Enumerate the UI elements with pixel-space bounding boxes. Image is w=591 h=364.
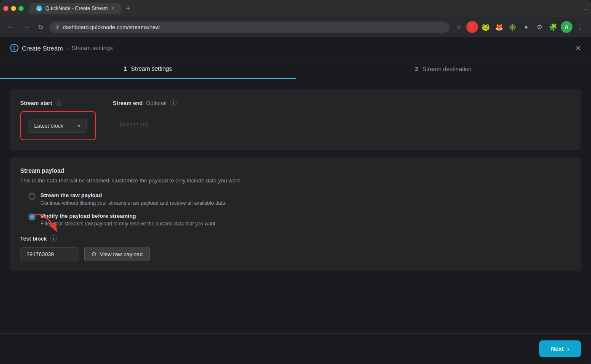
extension-btn-5[interactable]: ● [520, 21, 532, 33]
step-1[interactable]: 1 Stream settings [0, 59, 296, 79]
close-page-btn[interactable]: ✕ [575, 44, 581, 52]
tab-favicon: Q [36, 5, 42, 11]
extension-btn-1[interactable]: 🔴 [466, 21, 478, 33]
stream-start-field: Stream start i Latest block ▾ [20, 99, 96, 140]
extension-btn-2[interactable]: 🐸 [480, 21, 492, 33]
quicknode-logo-icon: C [10, 44, 19, 52]
traffic-lights [3, 6, 24, 11]
radio-raw-dot[interactable] [29, 193, 35, 200]
maximize-traffic-light[interactable] [19, 6, 24, 11]
main-content: Stream start i Latest block ▾ [0, 79, 591, 333]
bookmark-btn[interactable]: ☆ [453, 21, 465, 33]
browser-window: Q QuickNode - Create Stream × + ⌄ ← → ↻ … [0, 0, 591, 364]
address-secure-icon: ⊕ [55, 24, 59, 30]
stream-start-box: Latest block ▾ [20, 111, 96, 140]
step-1-label: Stream settings [131, 65, 172, 72]
user-avatar-btn[interactable]: A [561, 21, 572, 33]
next-chevron-icon: › [567, 345, 569, 352]
stream-end-info-icon[interactable]: i [170, 99, 176, 106]
payload-title: Stream payload [20, 167, 571, 174]
view-payload-btn[interactable]: ⊙ View raw payload [84, 247, 150, 261]
extension-btn-7[interactable]: 🧩 [547, 21, 559, 33]
payload-options-wrapper: Stream the raw payload Continue without … [20, 192, 571, 227]
payload-description: This is the data that will be streamed. … [20, 177, 571, 184]
block-number-display: 291763039 [20, 247, 79, 261]
tab-title: QuickNode - Create Stream [45, 5, 108, 11]
address-url: dashboard.quicknode.com/streams/new [63, 24, 160, 30]
radio-raw-desc: Continue without filtering your streams'… [40, 200, 571, 206]
radio-raw-title: Stream the raw payload [40, 192, 571, 198]
step-2-number: 2 [415, 66, 418, 72]
stream-end-optional: Optional [146, 100, 166, 106]
stream-start-dropdown[interactable]: Latest block ▾ [28, 119, 87, 133]
stream-end-placeholder: Doesn't end [120, 118, 190, 131]
nav-forward-btn[interactable]: → [20, 21, 32, 32]
payload-card: Stream payload This is the data that wil… [10, 157, 581, 271]
test-block-row: 291763039 ⊙ View raw payload [20, 247, 571, 261]
extension-btn-4[interactable]: ✳️ [507, 21, 519, 33]
radio-option-raw[interactable]: Stream the raw payload Continue without … [20, 192, 571, 206]
steps-bar: 1 Stream settings 2 Stream destination [0, 59, 591, 79]
active-tab[interactable]: Q QuickNode - Create Stream × [29, 3, 121, 14]
close-traffic-light[interactable] [3, 6, 8, 11]
tab-expand: ⌄ [583, 5, 588, 11]
stream-start-label: Stream start i [20, 99, 96, 106]
stream-end-field: Stream end Optional i Doesn't end [113, 99, 197, 140]
nav-bar: ← → ↻ ⊕ dashboard.quicknode.com/streams/… [0, 17, 591, 37]
page: C Create Stream › Stream settings ✕ 1 St… [0, 37, 591, 364]
stream-range: Stream start i Latest block ▾ [20, 99, 571, 140]
more-options-btn[interactable]: ⋮ [574, 21, 586, 33]
breadcrumb-subtitle: Stream settings [72, 45, 112, 51]
nav-back-btn[interactable]: ← [5, 21, 17, 32]
stream-start-info-icon[interactable]: i [56, 99, 62, 106]
next-button[interactable]: Next › [539, 340, 581, 357]
radio-raw-content: Stream the raw payload Continue without … [40, 192, 571, 206]
page-header: C Create Stream › Stream settings ✕ [0, 37, 591, 59]
radio-modify-content: Modify the payload before streaming Filt… [40, 213, 571, 227]
minimize-traffic-light[interactable] [11, 6, 16, 11]
eye-icon: ⊙ [91, 251, 96, 257]
stream-range-card: Stream start i Latest block ▾ [10, 89, 581, 150]
stream-end-label: Stream end Optional i [113, 99, 197, 106]
page-title: Create Stream [22, 45, 63, 52]
test-block-label: Test block i [20, 235, 571, 242]
breadcrumb: C Create Stream › Stream settings [10, 44, 112, 52]
address-bar[interactable]: ⊕ dashboard.quicknode.com/streams/new [49, 21, 449, 33]
dropdown-chevron-icon: ▾ [78, 123, 80, 129]
nav-icons: ☆ 🔴 🐸 🦊 ✳️ ● ⚙ 🧩 A ⋮ [453, 21, 586, 33]
step-2[interactable]: 2 Stream destination [296, 59, 591, 79]
radio-modify-title: Modify the payload before streaming [40, 213, 571, 219]
tab-bar: Q QuickNode - Create Stream × + ⌄ [0, 0, 591, 17]
extension-btn-3[interactable]: 🦊 [493, 21, 505, 33]
new-tab-btn[interactable]: + [123, 4, 134, 13]
tab-close-btn[interactable]: × [111, 5, 114, 11]
page-footer: Next › [0, 333, 591, 364]
step-2-label: Stream destination [423, 66, 472, 72]
extension-btn-6[interactable]: ⚙ [534, 21, 546, 33]
breadcrumb-separator: › [67, 45, 69, 51]
content-area: Stream start i Latest block ▾ [10, 89, 581, 323]
radio-option-modify[interactable]: Modify the payload before streaming Filt… [20, 213, 571, 227]
radio-modify-desc: Filter your stream's raw payload to only… [40, 221, 571, 227]
step-1-number: 1 [123, 65, 127, 72]
stream-end-box: Doesn't end [113, 111, 197, 138]
red-arrow-annotation [33, 215, 67, 241]
nav-refresh-btn[interactable]: ↻ [35, 21, 46, 33]
